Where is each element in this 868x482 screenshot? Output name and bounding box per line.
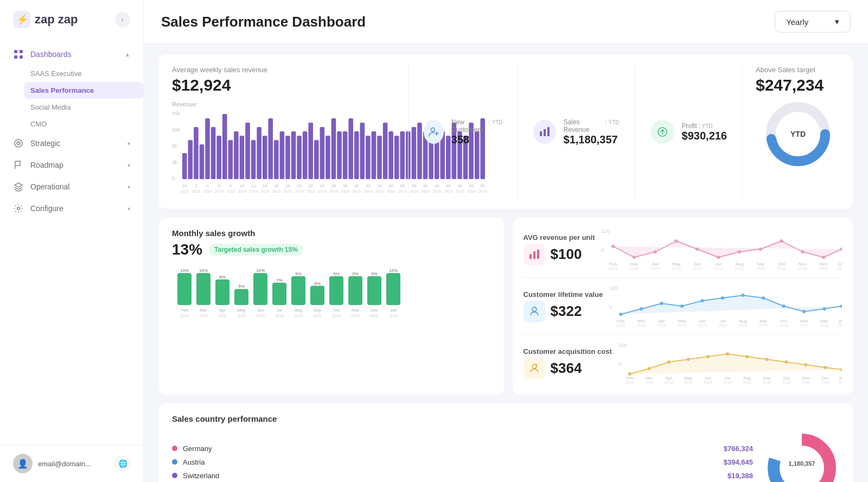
page-title: Sales Performance Dashboard bbox=[161, 14, 366, 30]
sidebar-label-dashboards: Dashboards bbox=[30, 50, 72, 59]
svg-rect-32 bbox=[280, 131, 285, 179]
svg-text:0: 0 bbox=[609, 305, 612, 310]
svg-text:2018: 2018 bbox=[256, 314, 265, 318]
svg-point-266 bbox=[726, 352, 729, 356]
svg-text:14: 14 bbox=[263, 183, 267, 188]
above-target-label: Above Sales target bbox=[756, 66, 840, 74]
svg-text:2018: 2018 bbox=[672, 266, 681, 271]
svg-point-183 bbox=[611, 245, 615, 248]
svg-text:2018: 2018 bbox=[625, 380, 634, 385]
svg-text:2019: 2019 bbox=[341, 189, 349, 193]
svg-text:10: 10 bbox=[239, 183, 244, 188]
sidebar-item-sales-performance[interactable]: Sales Performance bbox=[24, 82, 143, 99]
svg-text:2018: 2018 bbox=[777, 266, 786, 271]
svg-text:9%: 9% bbox=[295, 271, 302, 276]
svg-rect-29 bbox=[263, 136, 267, 179]
svg-rect-52 bbox=[394, 136, 399, 179]
stats-row: New Customers YTD 358 bbox=[408, 66, 742, 198]
monthly-growth-title: Monthly sales growth bbox=[172, 229, 491, 238]
growth-row: 13% Targeted sales growth 15% bbox=[172, 241, 491, 258]
svg-rect-15 bbox=[182, 153, 187, 179]
svg-text:2018: 2018 bbox=[819, 266, 828, 271]
svg-rect-48 bbox=[372, 131, 376, 179]
above-target-value: $247,234 bbox=[756, 76, 840, 94]
svg-text:2018: 2018 bbox=[779, 323, 788, 328]
svg-text:Jan: Jan bbox=[839, 376, 842, 380]
svg-text:1k: 1k bbox=[172, 160, 177, 165]
sidebar-item-roadmap[interactable]: Roadmap ▾ bbox=[0, 154, 143, 176]
main-header: Sales Performance Dashboard Yearly ▾ bbox=[144, 0, 868, 44]
grid-icon bbox=[13, 49, 24, 60]
svg-point-271 bbox=[824, 366, 827, 369]
layers-icon bbox=[13, 181, 24, 192]
svg-text:2019: 2019 bbox=[307, 189, 315, 193]
gear-icon bbox=[13, 203, 24, 214]
sidebar-item-strategic[interactable]: Strategic ▾ bbox=[0, 132, 143, 154]
sidebar-item-social-media[interactable]: Social Media bbox=[30, 99, 143, 116]
nav-section: Dashboards ▲ SAAS Executive Sales Perfor… bbox=[0, 39, 143, 224]
globe-button[interactable]: 🌐 bbox=[115, 456, 130, 471]
svg-text:2019: 2019 bbox=[260, 189, 269, 193]
svg-rect-180 bbox=[537, 250, 539, 259]
avg-rev-unit-chart: 120 0 Feb2018Mar2018Apr2018May2018Jun201… bbox=[601, 227, 842, 271]
right-metrics-top: AVG revenue per unit $100 120 0 bbox=[513, 218, 853, 395]
svg-text:15k: 15k bbox=[172, 111, 180, 116]
svg-point-230 bbox=[782, 305, 786, 308]
svg-point-222 bbox=[619, 313, 622, 316]
sidebar-item-operational[interactable]: Operational ▾ bbox=[0, 176, 143, 198]
country-germany: Germany $766,324 bbox=[172, 445, 753, 453]
svg-point-227 bbox=[721, 296, 724, 300]
sidebar-collapse-button[interactable]: ‹ bbox=[115, 12, 130, 27]
svg-text:0: 0 bbox=[618, 362, 621, 367]
sidebar-item-configure[interactable]: Configure ▾ bbox=[0, 198, 143, 219]
svg-text:Aug: Aug bbox=[743, 376, 751, 380]
svg-text:2019: 2019 bbox=[389, 314, 398, 318]
new-customers-ytd: YTD bbox=[489, 119, 502, 125]
svg-rect-150 bbox=[272, 283, 286, 305]
sparkline-avg-rev: 120 0 Feb2018Mar2018Apr2018May2018Jun201… bbox=[601, 227, 842, 271]
svg-text:May: May bbox=[684, 376, 692, 380]
svg-rect-130 bbox=[177, 273, 192, 305]
sidebar-item-saas-executive[interactable]: SAAS Executive bbox=[30, 65, 143, 82]
svg-text:2018: 2018 bbox=[294, 314, 303, 318]
svg-text:7%: 7% bbox=[276, 278, 283, 283]
svg-text:2018: 2018 bbox=[218, 314, 227, 318]
svg-text:Sep: Sep bbox=[763, 376, 770, 380]
svg-point-261 bbox=[628, 372, 631, 376]
svg-text:10k: 10k bbox=[172, 127, 180, 132]
sidebar-item-dashboards[interactable]: Dashboards ▲ bbox=[0, 43, 143, 65]
svg-text:36: 36 bbox=[388, 183, 393, 188]
country-donut-chart: 1,180,357 bbox=[764, 430, 840, 482]
svg-text:Mar: Mar bbox=[646, 376, 653, 380]
sidebar-footer: 👤 email@domain... 🌐 bbox=[0, 445, 143, 482]
chevron-up-icon: ▲ bbox=[125, 52, 130, 58]
chevron-down-icon-roadmap: ▾ bbox=[127, 162, 130, 168]
svg-text:2018: 2018 bbox=[693, 266, 702, 271]
svg-text:6: 6 bbox=[218, 183, 220, 188]
germany-name: Germany bbox=[183, 445, 718, 453]
svg-text:2018: 2018 bbox=[332, 314, 341, 318]
svg-text:9%: 9% bbox=[352, 271, 359, 276]
svg-point-185 bbox=[654, 250, 658, 253]
svg-point-231 bbox=[802, 310, 806, 313]
svg-text:28: 28 bbox=[343, 183, 348, 188]
user-avatar: 👤 bbox=[13, 454, 33, 473]
svg-text:0: 0 bbox=[172, 176, 175, 181]
svg-text:Feb: Feb bbox=[626, 376, 633, 380]
user-email: email@domain... bbox=[38, 460, 110, 468]
svg-rect-33 bbox=[285, 136, 290, 179]
svg-point-270 bbox=[804, 363, 807, 366]
svg-rect-16 bbox=[188, 140, 193, 179]
growth-value: 13% bbox=[172, 241, 202, 258]
svg-rect-47 bbox=[366, 136, 371, 179]
sidebar-label-strategic: Strategic bbox=[30, 139, 60, 148]
sidebar-item-cmo[interactable]: CMO bbox=[30, 116, 143, 132]
svg-text:Oct: Oct bbox=[333, 308, 340, 313]
country-title: Sales country performance bbox=[172, 414, 840, 423]
svg-rect-24 bbox=[234, 131, 239, 179]
sales-revenue-stat: Sales Revenue YTD $1,180,357 bbox=[518, 66, 634, 198]
period-selector[interactable]: Yearly ▾ bbox=[775, 11, 851, 33]
svg-rect-30 bbox=[268, 118, 273, 179]
svg-text:Jul: Jul bbox=[277, 308, 282, 313]
svg-text:120: 120 bbox=[618, 343, 627, 348]
